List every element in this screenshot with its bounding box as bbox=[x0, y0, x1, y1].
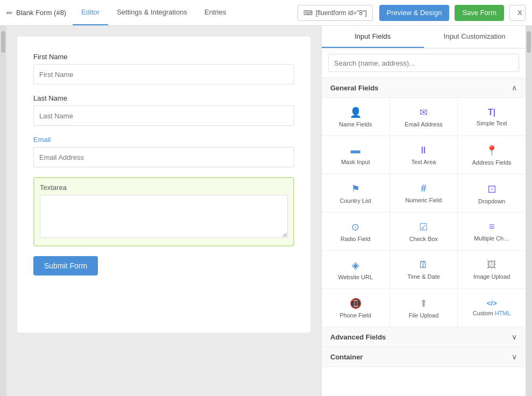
field-name-fields-label: Name Fields bbox=[339, 121, 372, 128]
mask-icon: ▬ bbox=[351, 145, 360, 156]
email-field: Email bbox=[33, 136, 294, 167]
list-icon: ≡ bbox=[489, 221, 495, 232]
field-image-upload[interactable]: 🖼 Image Upload bbox=[458, 251, 526, 288]
field-check-box-label: Check Box bbox=[409, 236, 438, 242]
field-phone-field[interactable]: 📵 Phone Field bbox=[322, 289, 389, 327]
close-button[interactable]: X bbox=[509, 5, 526, 21]
field-email-address-label: Email Address bbox=[405, 121, 442, 128]
code-icon: </> bbox=[487, 299, 497, 307]
field-country-list[interactable]: ⚑ Country List bbox=[322, 174, 389, 212]
field-custom-html[interactable]: </> Custom HTML bbox=[458, 289, 526, 327]
field-name-fields[interactable]: 👤 Name Fields bbox=[322, 98, 389, 136]
email-label: Email bbox=[33, 136, 294, 144]
container-chevron: ∨ bbox=[512, 352, 517, 361]
shortcode-icon: ⌨ bbox=[303, 9, 313, 17]
field-country-list-label: Country List bbox=[339, 197, 371, 204]
search-input[interactable] bbox=[328, 54, 519, 72]
field-file-upload[interactable]: ⬆ File Upload bbox=[390, 289, 458, 327]
advanced-fields-header[interactable]: Advanced Fields ∨ bbox=[322, 327, 526, 347]
last-name-input[interactable] bbox=[33, 105, 294, 126]
app-logo: ✏ Blank Form (#8) bbox=[6, 9, 66, 17]
field-dropdown-label: Dropdown bbox=[478, 198, 505, 204]
fields-panel: General Fields ∧ 👤 Name Fields ✉ Email A… bbox=[322, 78, 526, 396]
link-icon: ◈ bbox=[352, 259, 359, 271]
text-icon: T| bbox=[488, 108, 495, 117]
right-scrollbar[interactable] bbox=[526, 26, 532, 396]
form-editor: First Name Last Name Email Textarea Subm… bbox=[6, 26, 321, 396]
field-multiple-choice-label: Multiple Ch… bbox=[474, 235, 509, 242]
first-name-input[interactable] bbox=[33, 64, 294, 84]
save-form-button[interactable]: Save Form bbox=[455, 5, 504, 21]
shortcode-display: ⌨ [fluentform id="8"] bbox=[297, 5, 373, 21]
last-name-field: Last Name bbox=[33, 94, 294, 126]
pencil-icon: ✏ bbox=[6, 9, 13, 17]
field-radio-field-label: Radio Field bbox=[341, 236, 371, 242]
field-check-box[interactable]: ☑ Check Box bbox=[390, 213, 458, 250]
field-email-address[interactable]: ✉ Email Address bbox=[390, 98, 458, 136]
address-icon: 📍 bbox=[486, 145, 498, 157]
field-time-date[interactable]: 🗓 Time & Date bbox=[390, 251, 458, 288]
textarea-wrapper: Textarea bbox=[33, 177, 294, 246]
preview-design-button[interactable]: Preview & Design bbox=[379, 5, 450, 21]
main-layout: First Name Last Name Email Textarea Subm… bbox=[0, 26, 532, 396]
tab-input-fields[interactable]: Input Fields bbox=[322, 26, 424, 48]
upload-icon: ⬆ bbox=[420, 298, 428, 309]
field-simple-text[interactable]: T| Simple Text bbox=[458, 98, 526, 136]
field-address-fields[interactable]: 📍 Address Fields bbox=[458, 136, 526, 174]
field-image-upload-label: Image Upload bbox=[473, 273, 510, 280]
field-file-upload-label: File Upload bbox=[409, 312, 439, 319]
field-website-url[interactable]: ◈ Website URL bbox=[322, 251, 389, 288]
tab-entries[interactable]: Entries bbox=[196, 0, 235, 25]
right-tabs: Input Fields Input Customization bbox=[322, 26, 526, 48]
image-icon: 🖼 bbox=[487, 259, 496, 271]
search-bar bbox=[322, 48, 526, 78]
left-scroll-thumb bbox=[1, 31, 5, 53]
field-time-date-label: Time & Date bbox=[407, 273, 440, 280]
field-phone-field-label: Phone Field bbox=[339, 312, 371, 319]
field-dropdown[interactable]: ⊡ Dropdown bbox=[458, 174, 526, 212]
phone-icon: 📵 bbox=[350, 298, 361, 309]
last-name-label: Last Name bbox=[33, 94, 294, 102]
field-radio-field[interactable]: ⊙ Radio Field bbox=[322, 213, 389, 250]
tab-settings[interactable]: Settings & Integrations bbox=[108, 0, 196, 25]
field-custom-html-label: Custom HTML bbox=[473, 310, 511, 316]
advanced-fields-chevron: ∨ bbox=[512, 333, 517, 341]
email-icon: ✉ bbox=[420, 107, 428, 118]
general-fields-chevron: ∧ bbox=[512, 83, 517, 92]
general-fields-grid: 👤 Name Fields ✉ Email Address T| Simple … bbox=[322, 98, 526, 327]
right-panel: Input Fields Input Customization General… bbox=[321, 26, 526, 396]
tab-input-customization[interactable]: Input Customization bbox=[424, 26, 526, 48]
form-title: Blank Form (#8) bbox=[16, 9, 66, 17]
left-scrollbar[interactable] bbox=[0, 26, 6, 396]
field-text-area[interactable]: ⏸ Text Area bbox=[390, 136, 458, 174]
first-name-field: First Name bbox=[33, 53, 294, 84]
checkbox-icon: ☑ bbox=[419, 221, 428, 233]
field-address-fields-label: Address Fields bbox=[472, 159, 512, 166]
general-fields-header[interactable]: General Fields ∧ bbox=[322, 78, 526, 98]
flag-icon: ⚑ bbox=[351, 183, 360, 195]
textarea-label: Textarea bbox=[40, 183, 288, 192]
field-mask-input[interactable]: ▬ Mask Input bbox=[322, 136, 389, 174]
calendar-icon: 🗓 bbox=[418, 259, 428, 271]
topbar-tabs: Editor Settings & Integrations Entries bbox=[73, 0, 235, 25]
submit-button[interactable]: Submit Form bbox=[33, 256, 98, 275]
textarea-input[interactable] bbox=[40, 195, 288, 238]
shortcode-text: [fluentform id="8"] bbox=[316, 9, 367, 17]
field-numeric-field[interactable]: # Numeric Field bbox=[390, 174, 458, 212]
field-website-url-label: Website URL bbox=[338, 274, 373, 280]
email-input[interactable] bbox=[33, 147, 294, 167]
hash-icon: # bbox=[421, 183, 426, 194]
field-text-area-label: Text Area bbox=[412, 159, 436, 165]
container-header[interactable]: Container ∨ bbox=[322, 347, 526, 367]
form-canvas: First Name Last Name Email Textarea Subm… bbox=[17, 37, 310, 333]
textarea-icon: ⏸ bbox=[418, 145, 428, 156]
person-icon: 👤 bbox=[350, 107, 361, 118]
general-fields-title: General Fields bbox=[330, 84, 379, 92]
tab-editor[interactable]: Editor bbox=[73, 0, 108, 25]
dropdown-icon: ⊡ bbox=[487, 182, 496, 195]
advanced-fields-title: Advanced Fields bbox=[330, 333, 386, 341]
radio-icon: ⊙ bbox=[351, 221, 359, 233]
field-simple-text-label: Simple Text bbox=[477, 120, 507, 126]
field-multiple-choice[interactable]: ≡ Multiple Ch… bbox=[458, 213, 526, 250]
first-name-label: First Name bbox=[33, 53, 294, 61]
